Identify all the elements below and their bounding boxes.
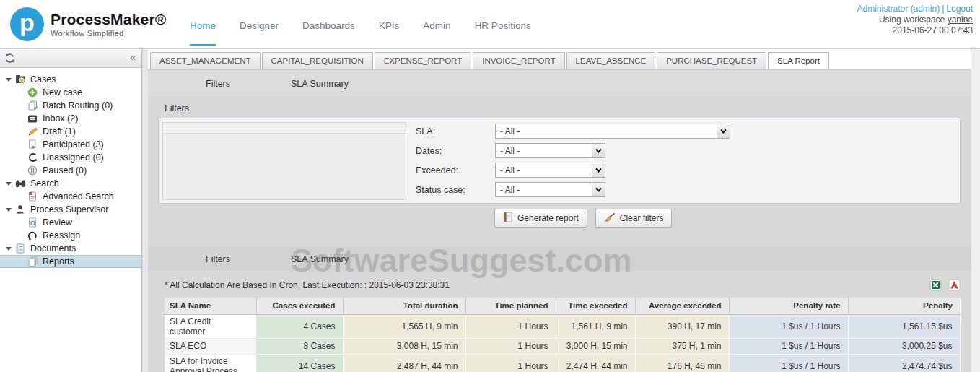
tab-leave-absence[interactable]: LEAVE_ABSENCE [566, 52, 656, 69]
col-header-cases-executed[interactable]: Cases executed [256, 298, 343, 314]
advanced-search-icon [27, 191, 38, 202]
sidebar-item-draft[interactable]: Draft (1) [0, 125, 141, 138]
col-header-penalty[interactable]: Penalty [848, 298, 960, 314]
status-case-filter-select[interactable]: - All - [495, 182, 605, 197]
sidebar-toolbar: « [0, 49, 141, 68]
col-header-time-exceeded[interactable]: Time exceeded [556, 298, 635, 314]
account-link[interactable]: Administrator (admin) [857, 4, 940, 14]
chevron-down-icon[interactable] [717, 124, 730, 138]
supervisor-person-icon [14, 204, 26, 215]
sidebar-item-reassign[interactable]: Reassign [0, 229, 141, 242]
tab-expense-report[interactable]: EXPENSE_REPORT [375, 52, 471, 69]
chevron-down-icon[interactable] [592, 183, 605, 196]
col-header-total-duration[interactable]: Total duration [343, 298, 465, 314]
sla-summary-table: SLA Name Cases executed Total duration T… [165, 298, 961, 372]
col-header-sla-name[interactable]: SLA Name [165, 298, 256, 314]
tab-purchase-request[interactable]: PURCHASE_REQUEST [657, 52, 766, 69]
clear-filters-button[interactable]: Clear filters [595, 209, 673, 228]
reassign-icon [27, 230, 38, 241]
brand-name: ProcessMaker® [51, 11, 167, 28]
sidebar-item-inbox[interactable]: Inbox (2) [0, 112, 141, 125]
refresh-icon[interactable] [4, 53, 15, 66]
sidebar-item-review[interactable]: Review [0, 216, 141, 229]
sidebar-splitter[interactable] [143, 49, 148, 372]
sidebar-item-process-supervisor[interactable]: Process Supervisor [0, 203, 141, 216]
filter-left-box [162, 133, 406, 200]
subtab-sla-summary-2[interactable]: SLA Summary [291, 254, 349, 264]
excel-export-icon[interactable] [929, 279, 942, 291]
sidebar-item-reports[interactable]: Reports [0, 255, 141, 268]
batch-routing-icon [27, 100, 38, 111]
paused-icon [27, 165, 38, 176]
collapse-sidebar-icon[interactable]: « [130, 51, 136, 63]
generate-report-button[interactable]: Generate report [494, 209, 587, 228]
col-header-penalty-rate[interactable]: Penalty rate [729, 298, 848, 314]
sidebar-item-advanced-search[interactable]: Advanced Search [0, 190, 141, 203]
sidebar-item-search[interactable]: Search [0, 177, 141, 190]
tab-capital-requisition[interactable]: CAPITAL_REQUISITION [262, 52, 373, 69]
subtab-filters-2[interactable]: Filters [206, 254, 230, 264]
subtab-band-top: Filters SLA Summary [148, 70, 971, 97]
dates-filter-select[interactable]: - All - [495, 143, 605, 158]
nav-dashboards[interactable]: Dashboards [302, 3, 355, 46]
separator: | [940, 4, 946, 14]
new-case-icon [27, 87, 38, 98]
sidebar-item-new-case[interactable]: New case [0, 86, 141, 99]
cases-tree: Cases New case Batch Routing (0) Inbox (… [0, 68, 141, 268]
main-panel: ASSET_MANAGEMENT CAPITAL_REQUISITION EXP… [148, 49, 971, 372]
status-case-filter-label: Status case: [416, 185, 495, 195]
sidebar-item-paused[interactable]: Paused (0) [0, 164, 141, 177]
brand-tagline: Workflow Simplified [51, 29, 167, 38]
tab-invoice-report[interactable]: INVOICE_REPORT [473, 52, 564, 69]
app-header: p ProcessMaker® Workflow Simplified Home… [0, 0, 980, 49]
nav-kpis[interactable]: KPIs [379, 3, 400, 46]
broom-icon [604, 212, 616, 225]
nav-admin[interactable]: Admin [423, 3, 450, 46]
review-icon [27, 217, 38, 228]
inbox-icon [27, 113, 38, 124]
participated-icon [27, 139, 38, 150]
vertical-scrollbar[interactable] [971, 49, 980, 372]
sidebar-item-unassigned[interactable]: Unassigned (0) [0, 151, 141, 164]
sidebar-item-batch-routing[interactable]: Batch Routing (0) [0, 99, 141, 112]
filters-heading: Filters [165, 103, 971, 113]
documents-notebook-icon [14, 243, 26, 254]
logo-p-icon: p [10, 7, 44, 41]
subtab-filters[interactable]: Filters [206, 79, 230, 89]
process-tabs: ASSET_MANAGEMENT CAPITAL_REQUISITION EXP… [148, 49, 971, 69]
table-row: SLA for Invoice Approval Process 14 Case… [165, 354, 960, 372]
expander-icon [5, 76, 12, 83]
cron-row: * All Calculation Are Based In Cron, Las… [165, 279, 961, 291]
chevron-down-icon[interactable] [592, 163, 605, 177]
table-row: SLA Credit customer 4 Cases 1,565 H, 9 m… [165, 314, 960, 338]
session-info: Administrator (admin)|Logout Using works… [857, 4, 973, 36]
col-header-time-planned[interactable]: Time planned [465, 298, 556, 314]
expander-icon [5, 180, 12, 187]
nav-home[interactable]: Home [190, 3, 216, 46]
sidebar-item-documents[interactable]: Documents [0, 242, 141, 255]
main-nav: Home Designer Dashboards KPIs Admin HR P… [190, 0, 555, 49]
unassigned-icon [27, 152, 38, 163]
exceeded-filter-select[interactable]: - All - [495, 163, 605, 178]
pdf-export-icon[interactable] [948, 279, 961, 291]
nav-hr-positions[interactable]: HR Positions [475, 3, 531, 46]
sidebar-item-cases[interactable]: Cases [0, 73, 141, 86]
expander-icon [5, 206, 12, 213]
logout-link[interactable]: Logout [946, 4, 973, 14]
sla-report-content: Filters SLA Summary Filters SLA: - All -… [148, 69, 971, 372]
workspace-link[interactable]: yanine [948, 14, 973, 25]
col-header-average-exceeded[interactable]: Average exceeded [635, 298, 729, 314]
tab-asset-management[interactable]: ASSET_MANAGEMENT [150, 52, 261, 69]
nav-designer[interactable]: Designer [240, 3, 279, 46]
filter-left-strip [162, 122, 406, 131]
subtab-sla-summary[interactable]: SLA Summary [291, 79, 349, 89]
chevron-down-icon[interactable] [592, 144, 605, 157]
expander-icon [5, 245, 12, 252]
sidebar: « Cases New case Batch Routing (0) Inbox… [0, 49, 142, 372]
filter-actions: Generate report Clear filters [494, 209, 971, 228]
processmaker-logo[interactable]: p ProcessMaker® Workflow Simplified [10, 7, 167, 41]
sidebar-item-participated[interactable]: Participated (3) [0, 138, 141, 151]
sla-filter-select[interactable]: - All - [495, 124, 730, 139]
draft-pencil-icon [27, 126, 38, 137]
tab-sla-report[interactable]: SLA Report [768, 52, 829, 69]
